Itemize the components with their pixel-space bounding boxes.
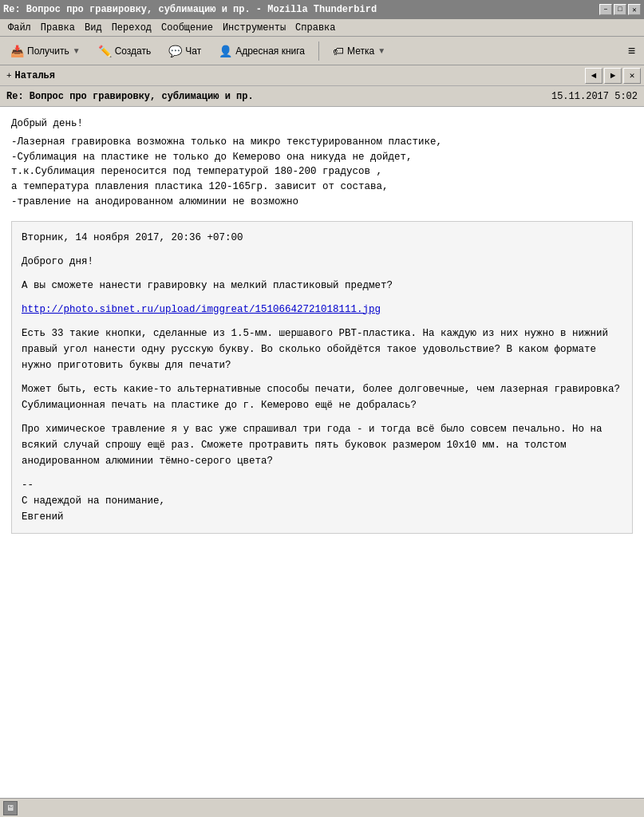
prev-message-button[interactable]: ◄ — [585, 68, 603, 84]
address-book-label: Адресная книга — [235, 45, 305, 57]
tag-dropdown-icon[interactable]: ▼ — [377, 46, 385, 55]
body-line-4: а температура плавления пластика 120-165… — [11, 180, 633, 195]
status-bar: 🖥 — [0, 798, 644, 817]
tag-label: Метка — [347, 45, 374, 57]
menu-message[interactable]: Сообщение — [156, 22, 218, 34]
signature-line: С надеждой на понимание, — [22, 493, 622, 509]
menu-file[interactable]: Файл — [3, 22, 36, 34]
quoted-greeting: Доброго дня! — [22, 254, 622, 270]
quoted-para4: Про химическое травление я у вас уже спр… — [22, 421, 622, 469]
greeting-text: Добрый день! — [11, 116, 633, 132]
toolbar: 📥 Получить ▼ ✏️ Создать 💬 Чат 👤 Адресная… — [0, 37, 644, 65]
close-button[interactable]: ✕ — [628, 4, 641, 15]
menu-go[interactable]: Переход — [107, 22, 156, 34]
window-title: Re: Вопрос про гравировку, сублимацию и … — [3, 4, 377, 15]
status-icon: 🖥 — [3, 801, 18, 815]
maximize-button[interactable]: □ — [614, 4, 626, 15]
chat-icon: 💬 — [168, 45, 182, 57]
contact-bar: + Наталья ◄ ► ✕ — [0, 65, 644, 86]
quoted-email-block: Вторник, 14 ноября 2017, 20:36 +07:00 До… — [11, 221, 633, 534]
minimize-button[interactable]: – — [599, 4, 612, 15]
quoted-link-line: http://photo.sibnet.ru/upload/imggreat/1… — [22, 302, 622, 318]
body-line-2: -Сублимация на пластике не только до Кем… — [11, 150, 633, 165]
email-body-lines: -Лазерная гравировка возможна только на … — [11, 135, 633, 210]
compose-icon: ✏️ — [98, 45, 112, 57]
toolbar-separator — [318, 41, 319, 61]
email-content[interactable]: Добрый день! -Лазерная гравировка возмож… — [0, 107, 644, 798]
menu-view[interactable]: Вид — [80, 22, 107, 34]
signature-dash: -- — [22, 477, 622, 493]
compose-button[interactable]: ✏️ Создать — [91, 40, 159, 62]
email-subject: Re: Вопрос про гравировку, сублимацию и … — [6, 91, 254, 102]
subject-bar: Re: Вопрос про гравировку, сублимацию и … — [0, 86, 644, 107]
get-mail-button[interactable]: 📥 Получить ▼ — [3, 40, 88, 62]
prev-arrow-icon: ◄ — [591, 71, 597, 81]
quoted-para2: Есть 33 такие кнопки, сделанные из 1.5-м… — [22, 326, 622, 373]
menu-bar: Файл Правка Вид Переход Сообщение Инстру… — [0, 19, 644, 37]
quoted-para1: А вы сможете нанести гравировку на мелки… — [22, 278, 622, 294]
chat-label: Чат — [185, 45, 201, 57]
chat-button[interactable]: 💬 Чат — [161, 40, 208, 62]
contact-navigation: ◄ ► ✕ — [585, 68, 641, 84]
menu-edit[interactable]: Правка — [36, 22, 80, 34]
compose-label: Создать — [115, 45, 152, 57]
quoted-link[interactable]: http://photo.sibnet.ru/upload/imggreat/1… — [22, 304, 381, 315]
get-mail-dropdown-icon[interactable]: ▼ — [73, 46, 81, 55]
signature-name: Евгений — [22, 509, 622, 525]
title-bar: Re: Вопрос про гравировку, сублимацию и … — [0, 0, 644, 19]
body-line-5: -травление на анодированном алюминии не … — [11, 195, 633, 210]
next-message-button[interactable]: ► — [604, 68, 622, 84]
address-book-button[interactable]: 👤 Адресная книга — [211, 40, 312, 62]
window-controls: – □ ✕ — [599, 4, 641, 15]
body-line-3: т.к.Сублимация переносится под температу… — [11, 164, 633, 180]
menu-tools[interactable]: Инструменты — [218, 22, 290, 34]
get-mail-icon: 📥 — [10, 45, 24, 57]
hamburger-icon: ≡ — [628, 44, 635, 58]
contact-expand-icon[interactable]: + — [6, 71, 12, 81]
hamburger-menu-button[interactable]: ≡ — [622, 40, 641, 62]
tag-icon: 🏷 — [333, 45, 344, 57]
menu-help[interactable]: Справка — [290, 22, 340, 34]
body-line-1: -Лазерная гравировка возможна только на … — [11, 135, 633, 150]
close-contact-icon: ✕ — [630, 70, 635, 81]
quoted-header: Вторник, 14 ноября 2017, 20:36 +07:00 — [22, 230, 622, 246]
quoted-para3: Может быть, есть какие-то альтернативные… — [22, 381, 622, 413]
toolbar-right: ≡ — [622, 40, 641, 62]
address-book-icon: 👤 — [219, 45, 232, 57]
email-date: 15.11.2017 5:02 — [551, 91, 638, 102]
get-mail-label: Получить — [27, 45, 69, 57]
contact-name: Наталья — [15, 70, 55, 81]
status-icon-label: 🖥 — [6, 803, 14, 813]
close-contact-button[interactable]: ✕ — [623, 68, 641, 84]
next-arrow-icon: ► — [610, 71, 616, 81]
tag-button[interactable]: 🏷 Метка ▼ — [326, 40, 393, 62]
